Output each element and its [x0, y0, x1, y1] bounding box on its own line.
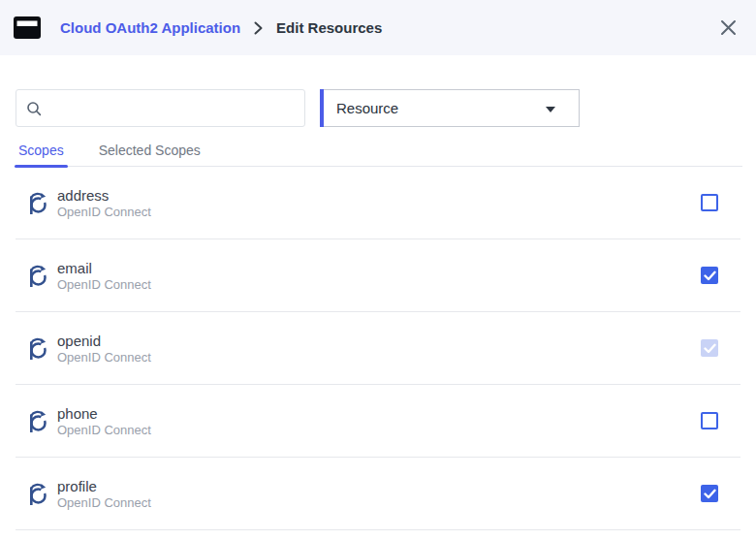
edit-resources-dialog: Cloud OAuth2 Application Edit Resources …: [0, 0, 756, 540]
tab-selected-scopes[interactable]: Selected Scopes: [95, 136, 205, 166]
checkmark-icon: [704, 270, 716, 281]
scope-row: address OpenID Connect: [16, 167, 740, 239]
resource-filter-dropdown[interactable]: Resource: [320, 89, 580, 127]
checkmark-icon: [704, 343, 716, 354]
scope-text: phone OpenID Connect: [57, 404, 151, 438]
breadcrumb-chevron-right-icon: [253, 21, 264, 35]
scopes-list: address OpenID Connect email OpenID Conn…: [16, 167, 740, 530]
scope-checkbox[interactable]: [701, 485, 718, 502]
scope-text: openid OpenID Connect: [57, 332, 151, 365]
scope-protocol: OpenID Connect: [57, 350, 151, 365]
scope-checkbox[interactable]: [701, 412, 718, 429]
scope-name: profile: [57, 477, 151, 495]
scope-protocol: OpenID Connect: [57, 277, 151, 293]
resource-filter-value: Resource: [336, 100, 398, 116]
scope-protocol: OpenID Connect: [57, 423, 151, 438]
tab-scopes[interactable]: Scopes: [15, 136, 68, 166]
scope-text: email OpenID Connect: [57, 259, 151, 293]
scope-protocol: OpenID Connect: [57, 495, 151, 511]
scope-row: phone OpenID Connect: [16, 385, 740, 458]
openid-connect-icon: [28, 263, 49, 289]
scope-checkbox[interactable]: [701, 194, 718, 211]
breadcrumb-current-page: Edit Resources: [276, 19, 382, 36]
checkmark-icon: [704, 489, 716, 499]
close-icon[interactable]: [717, 17, 739, 39]
search-input[interactable]: [49, 90, 304, 126]
scope-text: profile OpenID Connect: [57, 477, 151, 511]
scope-search-box: [16, 89, 305, 127]
caret-down-icon: [546, 107, 555, 112]
scope-name: address: [57, 186, 151, 205]
application-window-icon: [14, 16, 41, 40]
scope-name: openid: [57, 332, 151, 350]
scope-checkbox[interactable]: [701, 267, 718, 284]
scope-name: email: [57, 259, 151, 277]
openid-connect-icon: [28, 408, 49, 434]
scope-name: phone: [57, 404, 151, 423]
scope-text: address OpenID Connect: [57, 186, 151, 220]
scope-checkbox: [701, 339, 718, 357]
openid-connect-icon: [28, 481, 49, 507]
scopes-tabbar: Scopes Selected Scopes: [15, 136, 742, 167]
search-icon: [26, 101, 42, 116]
scope-row: openid OpenID Connect: [16, 312, 740, 385]
scope-protocol: OpenID Connect: [57, 205, 151, 220]
openid-connect-icon: [28, 190, 49, 216]
breadcrumb-parent-link[interactable]: Cloud OAuth2 Application: [60, 19, 240, 36]
scope-row: profile OpenID Connect: [16, 458, 740, 530]
openid-connect-icon: [28, 335, 49, 362]
dialog-header: Cloud OAuth2 Application Edit Resources: [0, 0, 756, 55]
scope-row: email OpenID Connect: [16, 239, 740, 312]
